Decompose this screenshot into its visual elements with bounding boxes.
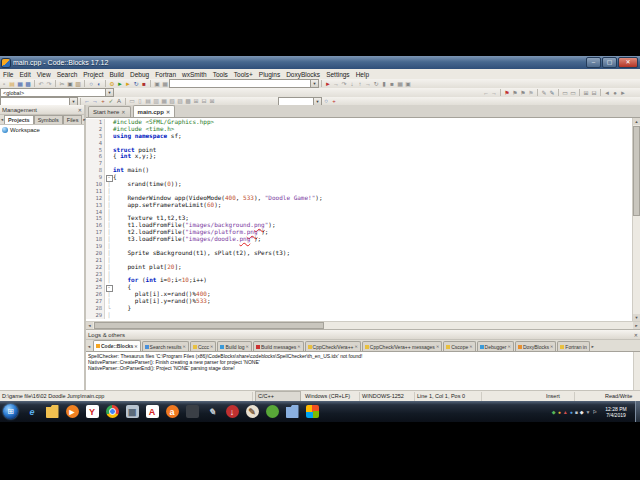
windows-logo-icon[interactable] <box>306 405 319 418</box>
scrollbar-thumb[interactable] <box>94 322 324 329</box>
open-file-icon[interactable]: ▤ <box>8 80 16 88</box>
rebuild-icon[interactable]: ↻ <box>132 80 140 88</box>
tab-files[interactable]: Files <box>63 115 83 124</box>
cut-icon[interactable]: ✂ <box>58 80 66 88</box>
border-top-icon[interactable]: ▥ <box>152 97 160 105</box>
chevron-down-icon[interactable]: ▼ <box>105 89 113 96</box>
photo-viewer-icon[interactable]: ▦ <box>126 405 139 418</box>
close-button[interactable]: ✕ <box>618 57 638 68</box>
close-icon[interactable]: ✕ <box>246 344 249 349</box>
download-master-icon[interactable]: ↓ <box>226 405 239 418</box>
tray-updates-icon[interactable]: ▼ <box>586 409 591 415</box>
avast-antivirus-icon[interactable]: a <box>166 405 179 418</box>
scroll-up-icon[interactable]: ▲ <box>633 118 640 125</box>
close-icon[interactable]: ✕ <box>634 332 638 338</box>
nav-forward-icon[interactable]: → <box>490 89 498 97</box>
copy-icon[interactable]: ▣ <box>66 80 74 88</box>
align-left-icon[interactable]: ▭ <box>128 97 136 105</box>
scroll-right-icon[interactable]: ► <box>633 322 640 329</box>
title-bar[interactable]: main.cpp - Code::Blocks 17.12 –▢✕ <box>0 56 640 69</box>
green-app-icon[interactable] <box>266 405 279 418</box>
paint-app-icon[interactable]: ✎ <box>246 405 259 418</box>
internet-explorer-icon[interactable]: e <box>26 405 39 418</box>
save-all-icon[interactable]: ▩ <box>24 80 32 88</box>
build-target-combo[interactable]: ▼ <box>169 79 319 88</box>
code-editor[interactable]: 1#include <SFML/Graphics.hpp>2#include <… <box>86 118 640 321</box>
goto-implementation-icon[interactable]: → <box>91 97 99 105</box>
build-icon[interactable]: ⚙ <box>108 80 116 88</box>
tray-app-2-icon[interactable]: ● <box>558 409 561 415</box>
scope-combo[interactable]: <global>▼ <box>0 88 114 97</box>
abort-icon[interactable]: ■ <box>140 80 148 88</box>
log-tab-code-blocks[interactable]: Code::Blocks✕ <box>93 340 141 351</box>
editor-tab-main-cpp[interactable]: main.cpp✕ <box>133 105 176 117</box>
wxsmith-pointer-icon[interactable]: ✓ <box>107 97 115 105</box>
step-into-icon[interactable]: ↓ <box>348 80 356 88</box>
minimize-button[interactable]: – <box>586 57 601 68</box>
replace-icon[interactable]: ◐ <box>95 80 103 88</box>
new-file-icon[interactable]: ▫ <box>0 80 8 88</box>
log-tab-debugger[interactable]: Debugger✕ <box>477 341 514 351</box>
menu-file[interactable]: File <box>0 71 16 78</box>
fold-marker[interactable]: - <box>105 174 113 181</box>
incremental-search-icon[interactable]: ○ <box>322 97 330 105</box>
menu-doxyblocks[interactable]: DoxyBlocks <box>283 71 323 78</box>
tab-scroll-right-icon[interactable]: ► <box>590 342 596 351</box>
highlight-search-icon[interactable]: + <box>330 97 338 105</box>
show-warnings-icon[interactable]: ▦ <box>161 80 169 88</box>
find-icon[interactable]: ○ <box>87 80 95 88</box>
tray-app-1-icon[interactable]: ◆ <box>552 409 556 415</box>
close-icon[interactable]: ✕ <box>354 344 357 349</box>
fold-marker[interactable]: - <box>105 284 113 291</box>
show-errors-icon[interactable]: ▣ <box>153 80 161 88</box>
show-desktop-button[interactable] <box>635 401 640 422</box>
menu-debug[interactable]: Debug <box>127 71 152 78</box>
log-tab-cppcheck-vera-messages[interactable]: CppCheck/Vera++ messages✕ <box>362 341 442 351</box>
debug-info-icon[interactable]: ▣ <box>404 80 412 88</box>
align-center-icon[interactable]: ▯ <box>136 97 144 105</box>
nav-back-icon[interactable]: ← <box>482 89 490 97</box>
maximize-button[interactable]: ▢ <box>602 57 617 68</box>
close-icon[interactable]: ✕ <box>508 344 511 349</box>
highlight-mode-icon[interactable]: ✎ <box>548 89 556 97</box>
undo-icon[interactable]: ↶ <box>37 80 45 88</box>
paste-icon[interactable]: ▥ <box>74 80 82 88</box>
scroll-left-icon[interactable]: ◄ <box>86 322 93 329</box>
dark-app-icon[interactable] <box>186 405 199 418</box>
scroll-down-icon[interactable]: ▼ <box>633 314 640 321</box>
log-tab-cppcheck-vera-[interactable]: CppCheck/Vera++✕ <box>305 341 361 351</box>
zoom-out-icon[interactable]: ⊟ <box>590 89 598 97</box>
clear-bookmarks-icon[interactable]: ⚑ <box>527 89 535 97</box>
chrome-icon[interactable] <box>106 405 119 418</box>
log-tab-search-results[interactable]: Search results✕ <box>142 341 189 351</box>
windows-explorer-icon[interactable] <box>46 405 59 418</box>
log-tab-cccc[interactable]: Cccc✕ <box>190 341 216 351</box>
jump-forward-icon[interactable]: ► <box>619 89 627 97</box>
editor-tab-start-here[interactable]: Start here✕ <box>88 106 131 117</box>
menu-project[interactable]: Project <box>80 71 106 78</box>
jump-back-icon[interactable]: ◄ <box>603 89 611 97</box>
log-tab-build-log[interactable]: Build log✕ <box>217 341 252 351</box>
expand-horizontal-icon[interactable]: ▩ <box>184 97 192 105</box>
goto-declaration-icon[interactable]: ← <box>83 97 91 105</box>
border-bottom-icon[interactable]: ▦ <box>160 97 168 105</box>
logs-scrollbar[interactable] <box>633 352 640 394</box>
next-instruction-icon[interactable]: → <box>364 80 372 88</box>
menu-wxsmith[interactable]: wxSmith <box>179 71 210 78</box>
menu-fortran[interactable]: Fortran <box>152 71 179 78</box>
make-border-icon[interactable]: ⊠ <box>208 97 216 105</box>
close-icon[interactable]: ✕ <box>297 344 300 349</box>
jump-home-icon[interactable]: ● <box>611 89 619 97</box>
debugging-windows-icon[interactable]: ▦ <box>396 80 404 88</box>
expand-vertical-icon[interactable]: ⊞ <box>192 97 200 105</box>
redo-icon[interactable]: ↷ <box>45 80 53 88</box>
tray-app-3-icon[interactable]: ● <box>570 409 573 415</box>
tray-antivirus-icon[interactable]: ▲ <box>563 409 568 415</box>
border-right-icon[interactable]: ▨ <box>176 97 184 105</box>
run-to-cursor-icon[interactable]: → <box>332 80 340 88</box>
chevron-down-icon[interactable]: ▼ <box>313 98 321 105</box>
close-icon[interactable]: ✕ <box>210 344 213 349</box>
align-right-icon[interactable]: ▤ <box>144 97 152 105</box>
debug-continue-icon[interactable]: ► <box>324 80 332 88</box>
editor-horizontal-scrollbar[interactable]: ◄ ► <box>86 321 640 329</box>
